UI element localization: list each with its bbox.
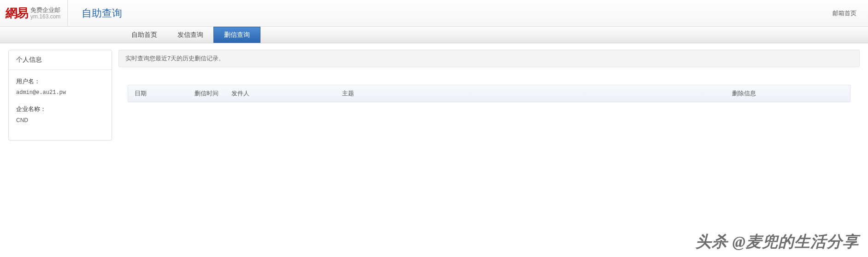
main-panel: 实时查询您最近7天的历史删信记录。 日期 删信时间 发件人 主题 删除信息 xyxy=(118,50,860,102)
table-header-row: 日期 删信时间 发件人 主题 删除信息 xyxy=(128,85,850,102)
logo-icon: 網易 xyxy=(6,7,28,19)
col-subject: 主题 xyxy=(336,89,726,98)
content-area: 个人信息 用户名： admin@e.au21.pw 企业名称： CND 实时查询… xyxy=(0,43,868,147)
header-bar: 網易 免费企业邮 ym.163.com 自助查询 邮箱首页 xyxy=(0,0,868,27)
tab-bar: 自助首页 发信查询 删信查询 xyxy=(0,27,868,43)
tab-delete-query[interactable]: 删信查询 xyxy=(213,27,260,43)
logo-subtitle: 免费企业邮 ym.163.com xyxy=(30,6,60,20)
sidebar-body: 用户名： admin@e.au21.pw 企业名称： CND xyxy=(9,70,112,140)
company-value: CND xyxy=(16,117,104,123)
page-title: 自助查询 xyxy=(82,6,122,20)
logo-sub-top: 免费企业邮 xyxy=(30,6,60,14)
tab-send-query[interactable]: 发信查询 xyxy=(167,27,213,43)
sidebar-personal-info: 个人信息 用户名： admin@e.au21.pw 企业名称： CND xyxy=(8,50,112,140)
info-bar: 实时查询您最近7天的历史删信记录。 xyxy=(118,50,860,67)
col-date: 日期 xyxy=(128,89,188,98)
mailbox-home-link[interactable]: 邮箱首页 xyxy=(833,9,856,18)
logo-sub-bottom: ym.163.com xyxy=(30,13,60,20)
company-label: 企业名称： xyxy=(16,105,104,113)
username-label: 用户名： xyxy=(16,77,104,86)
col-delete-time: 删信时间 xyxy=(188,89,225,98)
logo-section: 網易 免费企业邮 ym.163.com xyxy=(0,0,68,26)
col-delete-info: 删除信息 xyxy=(726,89,850,98)
username-value: admin@e.au21.pw xyxy=(16,89,104,96)
tab-self-service-home[interactable]: 自助首页 xyxy=(121,27,167,43)
sidebar-title: 个人信息 xyxy=(9,50,112,70)
col-sender: 发件人 xyxy=(225,89,336,98)
